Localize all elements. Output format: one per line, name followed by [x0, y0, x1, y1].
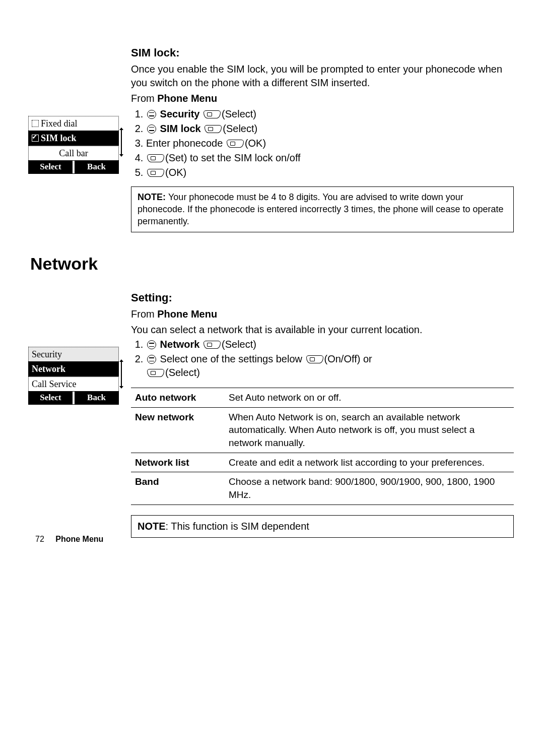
action: (Select) — [223, 123, 257, 134]
from-prefix: From — [131, 93, 157, 104]
menu-item-network: Network — [28, 361, 119, 376]
sim-lock-heading: SIM lock: — [131, 45, 514, 60]
note-label: NOTE — [138, 521, 166, 532]
sim-lock-intro: Once you enable the SIM lock, you will b… — [131, 62, 514, 90]
table-row: New networkWhen Auto Network is on, sear… — [131, 407, 514, 453]
table-row: Auto networkSet Auto network on or off. — [131, 388, 514, 408]
setting-name: New network — [131, 407, 225, 453]
step-3: Enter phonecode (OK) — [146, 137, 514, 150]
from-prefix: From — [131, 308, 157, 320]
menu-item-sim-lock: SIM lock — [28, 131, 119, 145]
action: (On/Off) or — [324, 353, 372, 364]
action: (Select) — [165, 367, 200, 378]
scroll-indicator-icon — [121, 362, 122, 386]
network-steps: Network (Select) Select one of the setti… — [131, 338, 514, 380]
softkey-select: Select — [29, 161, 75, 173]
setting-name: Band — [131, 472, 225, 505]
label: SIM lock — [160, 123, 201, 134]
menu-item-fixed-dial: Fixed dial — [28, 116, 119, 131]
page-footer: 72 Phone Menu — [35, 534, 103, 545]
softkey-icon — [147, 169, 164, 177]
step-4: (Set) to set the SIM lock on/off — [146, 151, 514, 165]
navigate-icon — [147, 355, 156, 364]
scroll-indicator-icon — [121, 130, 122, 154]
phone-menu-network: Security Network Call Service Select Bac… — [28, 347, 119, 405]
softkey-back: Back — [75, 392, 118, 404]
label: Call Service — [32, 379, 76, 389]
softkey-icon — [203, 110, 221, 118]
menu-item-security: Security — [28, 347, 119, 361]
step-1: Security (Select) — [146, 107, 514, 121]
softkeys: Select Back — [28, 391, 119, 405]
action: (Select) — [222, 339, 256, 350]
setting-desc: When Auto Network is on, search an avail… — [225, 407, 514, 453]
setting-desc: Create and edit a network list according… — [225, 453, 514, 472]
phone-menu-sim-lock: Fixed dial SIM lock Call bar Select Back — [28, 116, 119, 174]
softkey-icon — [203, 341, 221, 349]
label: Security — [160, 108, 200, 119]
softkey-back: Back — [75, 161, 118, 173]
network-section-title: Network — [30, 253, 514, 276]
check-icon — [32, 135, 39, 142]
box-icon — [32, 120, 39, 127]
softkey-select: Select — [29, 392, 75, 404]
network-setting-heading: Setting: — [131, 290, 514, 305]
softkey-icon — [227, 140, 244, 148]
text: Select one of the settings below — [160, 353, 305, 364]
navigate-icon — [147, 124, 156, 134]
setting-desc: Choose a network band: 900/1800, 900/190… — [225, 472, 514, 505]
table-row: Network listCreate and edit a network li… — [131, 453, 514, 472]
softkey-icon — [306, 355, 323, 363]
step-2: SIM lock (Select) — [146, 122, 514, 136]
navigate-icon — [147, 110, 156, 119]
network-note: NOTE: This function is SIM dependent — [131, 515, 514, 538]
from-menu: Phone Menu — [157, 308, 217, 320]
page-number: 72 — [35, 535, 44, 543]
sim-lock-steps: Security (Select) SIM lock (Select) Ente… — [131, 107, 514, 179]
text: Enter phonecode — [146, 138, 226, 149]
label: SIM lock — [41, 133, 77, 143]
action: (Set) to set the SIM lock on/off — [165, 152, 301, 163]
table-row: BandChoose a network band: 900/1800, 900… — [131, 472, 514, 505]
step-5: (OK) — [146, 166, 514, 179]
label: Network — [32, 364, 65, 374]
action: (OK) — [165, 167, 186, 178]
softkey-icon — [147, 154, 164, 162]
network-desc: You can select a network that is availab… — [131, 323, 514, 337]
note-label: NOTE: — [138, 192, 168, 202]
sim-lock-note: NOTE: Your phonecode must be 4 to 8 digi… — [131, 186, 514, 232]
softkeys: Select Back — [28, 160, 119, 174]
from-menu: Phone Menu — [157, 93, 217, 104]
setting-name: Auto network — [131, 388, 225, 408]
menu-item-call-bar: Call bar — [28, 146, 119, 160]
action: (OK) — [245, 138, 266, 149]
network-settings-table: Auto networkSet Auto network on or off. … — [131, 388, 514, 505]
action: (Select) — [222, 108, 256, 119]
note-text: : This function is SIM dependent — [166, 521, 309, 532]
step-2: Select one of the settings below (On/Off… — [146, 352, 514, 380]
label: Network — [160, 339, 200, 350]
footer-title: Phone Menu — [55, 535, 103, 543]
step-1: Network (Select) — [146, 338, 514, 351]
softkey-icon — [205, 125, 222, 133]
from-line: From Phone Menu — [131, 307, 514, 321]
label: Security — [32, 349, 62, 359]
setting-name: Network list — [131, 453, 225, 472]
menu-item-call-service: Call Service — [28, 376, 119, 391]
note-text: Your phonecode must be 4 to 8 digits. Yo… — [138, 192, 503, 227]
from-line: From Phone Menu — [131, 92, 514, 105]
label: Call bar — [59, 148, 88, 158]
softkey-icon — [147, 369, 164, 377]
setting-desc: Set Auto network on or off. — [225, 388, 514, 408]
navigate-icon — [147, 340, 156, 349]
label: Fixed dial — [41, 118, 78, 129]
